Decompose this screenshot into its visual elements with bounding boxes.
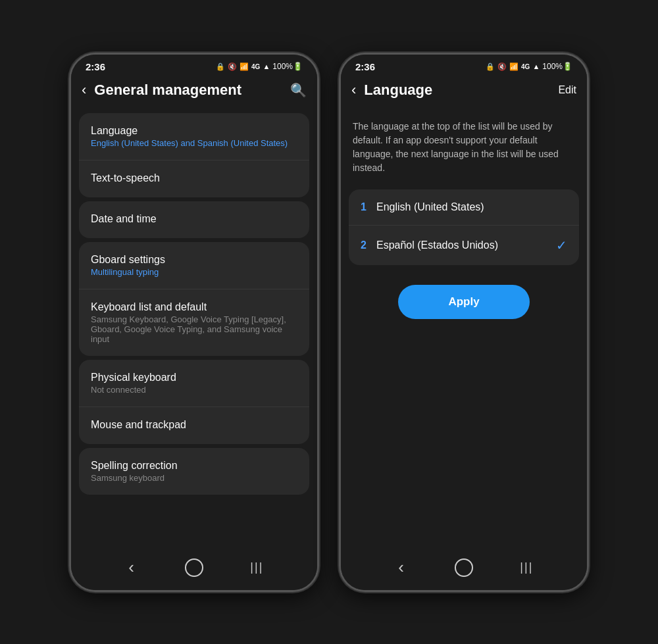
- lock-icon: 🔒: [216, 62, 225, 71]
- bottom-nav-2: ‹ |||: [341, 549, 587, 590]
- section-date: Date and time: [79, 201, 309, 238]
- chevron-down-icon: ✓: [556, 237, 567, 253]
- top-nav-2: ‹ Language Edit: [341, 76, 587, 107]
- search-icon-1[interactable]: 🔍: [290, 82, 307, 98]
- menu-item-tts[interactable]: Text-to-speech: [79, 161, 309, 197]
- tts-title: Text-to-speech: [91, 172, 297, 184]
- mute-icon-2: 🔇: [497, 62, 507, 71]
- menu-item-physical-keyboard[interactable]: Physical keyboard Not connected: [79, 360, 309, 407]
- status-time-2: 2:36: [355, 61, 375, 72]
- keyboard-list-subtitle: Samsung Keyboard, Google Voice Typing [L…: [91, 314, 297, 344]
- back-button-2[interactable]: ‹: [351, 82, 356, 99]
- apply-btn-container: Apply: [341, 269, 587, 335]
- scroll-area-2[interactable]: The language at the top of the list will…: [341, 107, 587, 549]
- signal-bars-icon-2: ▲: [532, 62, 540, 70]
- mouse-title: Mouse and trackpad: [91, 419, 297, 431]
- page-title-1: General management: [94, 82, 290, 99]
- bottom-nav-1: ‹ |||: [71, 549, 317, 590]
- signal-4g-icon-2: 4G: [521, 63, 530, 70]
- wifi-icon-2: 📶: [509, 62, 519, 71]
- lang-name-english: English (United States): [376, 201, 567, 213]
- back-nav-btn-2[interactable]: ‹: [387, 558, 416, 577]
- signal-4g-icon: 4G: [251, 63, 260, 70]
- date-title: Date and time: [91, 213, 297, 225]
- wifi-icon: 📶: [240, 62, 249, 71]
- menu-item-gboard[interactable]: Gboard settings Multilingual typing: [79, 242, 309, 289]
- menu-item-language[interactable]: Language English (United States) and Spa…: [79, 113, 309, 161]
- spelling-title: Spelling correction: [91, 460, 297, 472]
- gboard-title: Gboard settings: [91, 254, 297, 266]
- status-icons-2: 🔒 🔇 📶 4G ▲ 100%🔋: [486, 62, 572, 71]
- language-list: 1 English (United States) 2 Español (Est…: [349, 189, 579, 265]
- lang-name-spanish: Español (Estados Unidos): [376, 239, 556, 251]
- section-physical: Physical keyboard Not connected Mouse an…: [79, 360, 309, 444]
- home-nav-btn-2[interactable]: [455, 558, 473, 577]
- section-spelling: Spelling correction Samsung keyboard: [79, 448, 309, 495]
- menu-item-mouse[interactable]: Mouse and trackpad: [79, 407, 309, 444]
- mute-icon: 🔇: [228, 62, 237, 71]
- menu-item-spelling[interactable]: Spelling correction Samsung keyboard: [79, 448, 309, 495]
- menu-item-keyboard-list[interactable]: Keyboard list and default Samsung Keyboa…: [79, 289, 309, 356]
- lang-item-english[interactable]: 1 English (United States): [349, 189, 579, 226]
- home-nav-btn-1[interactable]: [185, 558, 203, 577]
- battery-icon-2: 100%🔋: [542, 62, 572, 71]
- apply-button[interactable]: Apply: [398, 285, 530, 319]
- page-title-2: Language: [364, 82, 558, 99]
- recents-nav-btn-2[interactable]: |||: [512, 558, 541, 577]
- edit-button[interactable]: Edit: [558, 84, 576, 96]
- physical-keyboard-title: Physical keyboard: [91, 372, 297, 384]
- lang-number-1: 1: [361, 201, 376, 213]
- status-icons-1: 🔒 🔇 📶 4G ▲ 100%🔋: [216, 62, 303, 71]
- lang-number-2: 2: [361, 239, 376, 251]
- spelling-subtitle: Samsung keyboard: [91, 473, 297, 483]
- lang-item-spanish[interactable]: 2 Español (Estados Unidos) ✓: [349, 226, 579, 265]
- recents-nav-btn-1[interactable]: |||: [242, 558, 271, 577]
- signal-bars-icon: ▲: [263, 62, 270, 70]
- top-nav-1: ‹ General management 🔍: [71, 76, 317, 107]
- physical-keyboard-subtitle: Not connected: [91, 385, 297, 395]
- keyboard-list-title: Keyboard list and default: [91, 301, 297, 313]
- phone-2: 2:36 🔒 🔇 📶 4G ▲ 100%🔋 ‹ Language Edit Th…: [339, 53, 589, 592]
- menu-item-date[interactable]: Date and time: [79, 201, 309, 238]
- language-title: Language: [91, 125, 297, 137]
- phone-1: 2:36 🔒 🔇 📶 4G ▲ 100%🔋 ‹ General manageme…: [69, 53, 319, 592]
- language-description: The language at the top of the list will…: [341, 109, 587, 186]
- back-button-1[interactable]: ‹: [82, 82, 86, 99]
- section-language: Language English (United States) and Spa…: [79, 113, 309, 197]
- gboard-subtitle: Multilingual typing: [91, 267, 297, 277]
- battery-icon: 100%🔋: [272, 62, 303, 71]
- section-keyboard: Gboard settings Multilingual typing Keyb…: [79, 242, 309, 356]
- language-subtitle: English (United States) and Spanish (Uni…: [91, 138, 297, 148]
- status-bar-1: 2:36 🔒 🔇 📶 4G ▲ 100%🔋: [71, 55, 317, 76]
- lock-icon-2: 🔒: [486, 62, 495, 71]
- back-nav-btn-1[interactable]: ‹: [117, 558, 146, 577]
- status-bar-2: 2:36 🔒 🔇 📶 4G ▲ 100%🔋: [341, 55, 587, 76]
- status-time-1: 2:36: [86, 61, 105, 72]
- scroll-area-1[interactable]: Language English (United States) and Spa…: [71, 107, 317, 549]
